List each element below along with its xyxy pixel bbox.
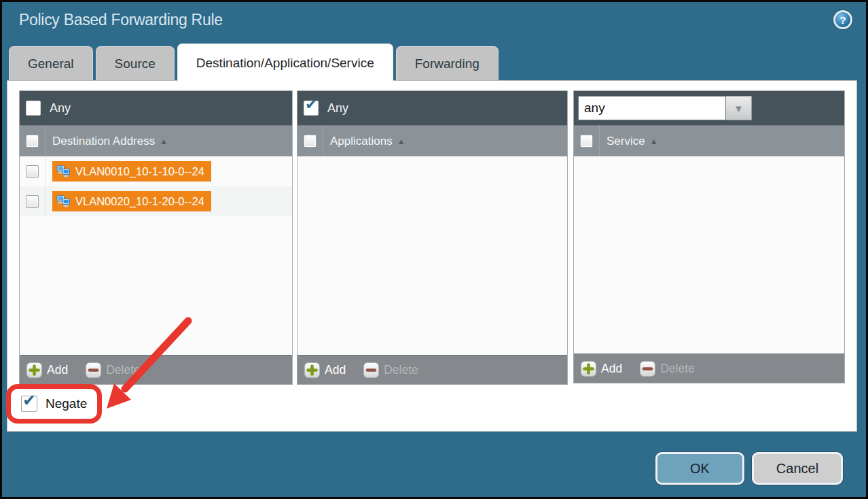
service-add-button[interactable]: Add: [581, 361, 622, 377]
destination-any-checkbox[interactable]: [26, 101, 41, 116]
plus-icon: [581, 361, 596, 377]
tab-forwarding-label: Forwarding: [415, 56, 480, 71]
delete-label: Delete: [384, 363, 418, 377]
service-dropdown-bar: any ▼: [574, 91, 844, 125]
destination-any-bar: Any: [20, 91, 292, 125]
service-dropdown: any ▼: [578, 96, 752, 120]
applications-footer: Add Delete: [297, 355, 567, 384]
service-selectall-checkbox[interactable]: [580, 135, 593, 148]
address-object-chip: VLAN0010_10-1-10-0--24: [52, 161, 211, 182]
add-label: Add: [47, 363, 68, 377]
address-object-icon: [56, 165, 71, 177]
destination-delete-button[interactable]: Delete: [86, 362, 141, 378]
help-glyph: ?: [839, 14, 846, 26]
chevron-down-icon: ▼: [734, 103, 744, 114]
delete-label: Delete: [106, 363, 141, 377]
tab-general[interactable]: General: [9, 46, 93, 80]
destination-row-vlan0010[interactable]: VLAN0010_10-1-10-0--24: [20, 156, 292, 186]
tab-content-panel: Any Destination Address ▲: [7, 80, 857, 432]
plus-icon: [304, 362, 320, 378]
applications-header-label: Applications: [330, 135, 393, 148]
tab-source-label: Source: [115, 56, 156, 71]
sort-asc-icon: ▲: [397, 137, 405, 145]
tab-bar: General Source Destination/Application/S…: [9, 44, 499, 80]
cancel-button[interactable]: Cancel: [752, 452, 843, 485]
destination-list: VLAN0010_10-1-10-0--24: [20, 156, 292, 355]
destination-address-column: Any Destination Address ▲: [19, 90, 293, 385]
tab-source[interactable]: Source: [96, 46, 175, 80]
applications-selectall-checkbox[interactable]: [304, 135, 317, 148]
delete-label: Delete: [660, 362, 695, 376]
applications-delete-button[interactable]: Delete: [363, 362, 418, 378]
minus-icon: [363, 362, 379, 378]
sort-asc-icon: ▲: [650, 137, 658, 145]
service-delete-button[interactable]: Delete: [640, 361, 695, 377]
help-icon[interactable]: ?: [833, 10, 852, 29]
address-object-name: VLAN0020_10-1-20-0--24: [75, 195, 204, 208]
tab-destination-application-service[interactable]: Destination/Application/Service: [177, 44, 393, 82]
service-column-header: Service ▲: [574, 125, 844, 156]
applications-header-sort[interactable]: Applications ▲: [330, 135, 405, 148]
service-list: [574, 156, 844, 354]
service-dropdown-input[interactable]: any: [578, 96, 726, 120]
destination-selectall-checkbox[interactable]: [26, 135, 39, 148]
pbf-rule-dialog: Policy Based Forwarding Rule ? General S…: [0, 0, 868, 499]
applications-any-checkbox[interactable]: ✔: [304, 101, 319, 116]
destination-row-vlan0020[interactable]: VLAN0020_10-1-20-0--24: [20, 186, 292, 216]
applications-column: ✔ Any Applications ▲ Add: [297, 90, 568, 385]
destination-column-header: Destination Address ▲: [20, 125, 292, 156]
destination-add-button[interactable]: Add: [26, 362, 68, 378]
applications-add-button[interactable]: Add: [304, 362, 346, 378]
address-object-chip: VLAN0020_10-1-20-0--24: [52, 191, 211, 211]
minus-icon: [640, 361, 655, 377]
dialog-title: Policy Based Forwarding Rule: [19, 11, 223, 29]
destination-header-label: Destination Address: [52, 135, 155, 148]
service-header-label: Service: [607, 135, 645, 148]
negate-control: ✔ Negate: [21, 396, 87, 412]
destination-any-label: Any: [50, 101, 71, 116]
destination-footer: Add Delete: [20, 355, 292, 384]
negate-label: Negate: [46, 396, 87, 411]
tab-das-label: Destination/Application/Service: [196, 56, 374, 71]
address-object-icon: [56, 195, 71, 207]
tab-forwarding[interactable]: Forwarding: [396, 46, 499, 80]
applications-column-header: Applications ▲: [297, 125, 567, 156]
service-footer: Add Delete: [574, 354, 844, 383]
add-label: Add: [601, 362, 622, 376]
row-checkbox[interactable]: [26, 165, 39, 178]
ok-label: OK: [690, 461, 710, 477]
applications-any-label: Any: [327, 101, 348, 116]
service-column: any ▼ Service ▲ Add: [573, 90, 845, 383]
service-header-sort[interactable]: Service ▲: [607, 135, 658, 148]
service-dropdown-button[interactable]: ▼: [726, 96, 752, 120]
address-object-name: VLAN0010_10-1-10-0--24: [75, 165, 204, 178]
add-label: Add: [325, 363, 346, 377]
applications-any-bar: ✔ Any: [297, 91, 567, 125]
negate-checkbox[interactable]: ✔: [21, 396, 37, 412]
minus-icon: [86, 362, 101, 378]
tab-general-label: General: [28, 56, 74, 71]
applications-list: [297, 156, 567, 355]
checkmark-icon: ✔: [305, 97, 317, 112]
destination-header-sort[interactable]: Destination Address ▲: [52, 135, 168, 148]
row-checkbox[interactable]: [26, 195, 39, 208]
plus-icon: [26, 362, 42, 378]
checkmark-icon: ✔: [22, 392, 36, 409]
cancel-label: Cancel: [776, 461, 818, 477]
ok-button[interactable]: OK: [655, 452, 744, 485]
sort-asc-icon: ▲: [160, 137, 168, 145]
